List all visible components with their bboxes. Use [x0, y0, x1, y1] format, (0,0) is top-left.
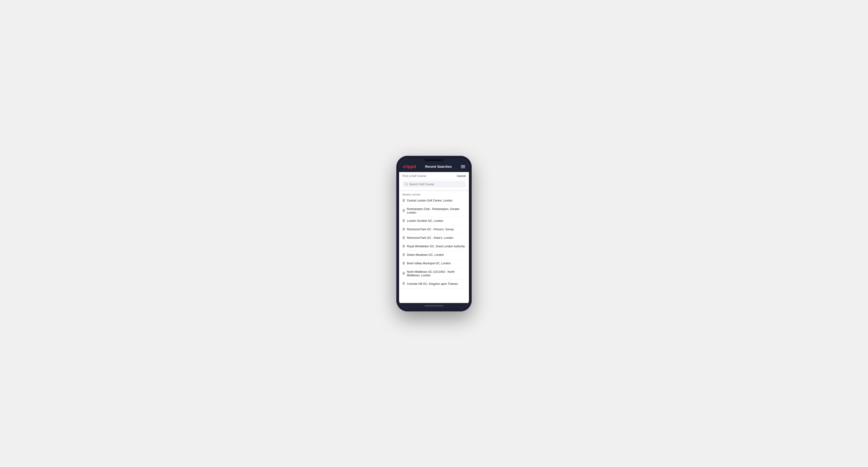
course-name: Roehampton Club - Roehampton, Greater Lo… [407, 208, 466, 215]
course-list-item[interactable]: Coombe Hill GC, Kingston upon Thames [399, 280, 469, 288]
course-name: Royal Wimbledon GC, Great London Authori… [407, 245, 465, 248]
app-logo: clippd [403, 164, 416, 169]
course-name: Coombe Hill GC, Kingston upon Thames [407, 282, 458, 286]
course-name: Dukes Meadows GC, London [407, 253, 444, 257]
course-list-item[interactable]: Dukes Meadows GC, London [399, 251, 469, 259]
search-input[interactable] [409, 183, 463, 186]
location-pin-icon [402, 219, 405, 223]
course-list-item[interactable]: London Scottish GC, London [399, 217, 469, 226]
search-input-wrapper [402, 181, 466, 187]
course-list-item[interactable]: Richmond Park GC - Duke's, London [399, 234, 469, 243]
location-pin-icon [402, 209, 405, 213]
course-list-item[interactable]: Brent Valley Municipal GC, London [399, 259, 469, 268]
course-list-item[interactable]: Richmond Park GC - Prince's, Surrey [399, 226, 469, 234]
svg-line-1 [407, 185, 408, 185]
home-indicator [399, 303, 469, 309]
location-pin-icon [402, 228, 405, 232]
menu-icon[interactable] [461, 165, 465, 168]
course-name: Richmond Park GC - Prince's, Surrey [407, 228, 454, 231]
phone-frame: clippd Recent Searches Find a Golf Cours… [396, 156, 472, 311]
course-list-item[interactable]: North Middlesex GC (1011942 - North Midd… [399, 268, 469, 280]
status-bar [399, 159, 469, 162]
course-list-item[interactable]: Central London Golf Centre, London [399, 197, 469, 205]
header-title: Recent Searches [425, 165, 452, 168]
app-header: clippd Recent Searches [399, 162, 469, 172]
course-name: Brent Valley Municipal GC, London [407, 262, 451, 266]
results-container: Nearby courses Central London Golf Centr… [399, 191, 469, 303]
location-pin-icon [402, 245, 405, 249]
main-content: Find a Golf Course Cancel Nearby courses… [399, 172, 469, 303]
find-label: Find a Golf Course [402, 175, 426, 178]
home-bar [425, 305, 443, 306]
notch [425, 159, 443, 161]
course-list-item[interactable]: Roehampton Club - Roehampton, Greater Lo… [399, 205, 469, 217]
location-pin-icon [402, 262, 405, 266]
location-pin-icon [402, 282, 405, 286]
course-list: Central London Golf Centre, LondonRoeham… [399, 197, 469, 288]
cancel-button[interactable]: Cancel [457, 175, 466, 178]
location-pin-icon [402, 253, 405, 257]
find-bar: Find a Golf Course Cancel [399, 172, 469, 180]
search-container [399, 180, 469, 190]
course-list-item[interactable]: Royal Wimbledon GC, Great London Authori… [399, 243, 469, 251]
phone-screen: clippd Recent Searches Find a Golf Cours… [399, 159, 469, 309]
nearby-label: Nearby courses [399, 191, 469, 197]
location-pin-icon [402, 199, 405, 203]
location-pin-icon [402, 236, 405, 240]
course-name: Richmond Park GC - Duke's, London [407, 236, 453, 240]
location-pin-icon [402, 272, 405, 276]
course-name: North Middlesex GC (1011942 - North Midd… [407, 270, 466, 278]
search-icon [405, 183, 408, 186]
course-name: London Scottish GC, London [407, 219, 443, 223]
course-name: Central London Golf Centre, London [407, 199, 453, 203]
